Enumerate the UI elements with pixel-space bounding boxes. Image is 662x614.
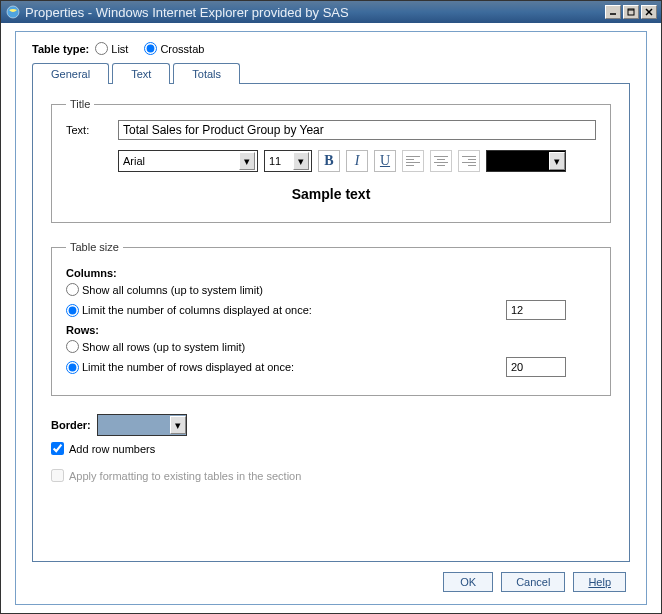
columns-label: Columns: xyxy=(66,267,596,279)
content-area: Table type: List Crosstab General Text T… xyxy=(1,23,661,613)
cancel-button[interactable]: Cancel xyxy=(501,572,565,592)
align-left-button[interactable] xyxy=(402,150,424,172)
radio-crosstab[interactable]: Crosstab xyxy=(144,42,204,55)
add-row-numbers-checkbox[interactable] xyxy=(51,442,64,455)
radio-show-all-rows[interactable]: Show all rows (up to system limit) xyxy=(66,340,245,353)
help-button[interactable]: Help xyxy=(573,572,626,592)
tabs: General Text Totals xyxy=(32,63,630,84)
title-text-label: Text: xyxy=(66,124,110,136)
chevron-down-icon: ▾ xyxy=(293,152,309,170)
show-all-rows-label: Show all rows (up to system limit) xyxy=(82,341,245,353)
radio-list-label: List xyxy=(111,43,128,55)
ie-icon xyxy=(5,4,21,20)
tab-text[interactable]: Text xyxy=(112,63,170,84)
border-row: Border: ▾ xyxy=(51,414,611,436)
table-type-row: Table type: List Crosstab xyxy=(32,42,630,55)
underline-button[interactable]: U xyxy=(374,150,396,172)
font-size-select[interactable]: 11 ▾ xyxy=(264,150,312,172)
dialog-buttons: OK Cancel Help xyxy=(32,572,630,592)
radio-show-all-cols-input[interactable] xyxy=(66,283,79,296)
border-select[interactable]: ▾ xyxy=(97,414,187,436)
radio-show-all-rows-input[interactable] xyxy=(66,340,79,353)
limit-rows-label: Limit the number of rows displayed at on… xyxy=(82,361,294,373)
chevron-down-icon: ▾ xyxy=(549,152,565,170)
main-panel: Table type: List Crosstab General Text T… xyxy=(15,31,647,605)
font-select[interactable]: Arial ▾ xyxy=(118,150,258,172)
tab-panel-general: Title Text: Arial ▾ 11 ▾ xyxy=(32,83,630,562)
cols-value-input[interactable] xyxy=(506,300,566,320)
radio-limit-rows[interactable]: Limit the number of rows displayed at on… xyxy=(66,361,294,374)
rows-value-input[interactable] xyxy=(506,357,566,377)
window-title: Properties - Windows Internet Explorer p… xyxy=(25,5,605,20)
apply-formatting-checkbox xyxy=(51,469,64,482)
title-text-input[interactable] xyxy=(118,120,596,140)
window-controls xyxy=(605,5,657,19)
font-size-value: 11 xyxy=(269,155,281,167)
add-row-numbers-label: Add row numbers xyxy=(69,443,155,455)
radio-list-input[interactable] xyxy=(95,42,108,55)
radio-show-all-cols[interactable]: Show all columns (up to system limit) xyxy=(66,283,263,296)
chevron-down-icon: ▾ xyxy=(170,416,186,434)
radio-limit-rows-input[interactable] xyxy=(66,361,79,374)
table-type-label: Table type: xyxy=(32,43,89,55)
table-size-legend: Table size xyxy=(66,241,123,253)
radio-limit-cols[interactable]: Limit the number of columns displayed at… xyxy=(66,304,312,317)
apply-formatting-label: Apply formatting to existing tables in t… xyxy=(69,470,301,482)
format-toolbar: Arial ▾ 11 ▾ B I U xyxy=(118,150,596,172)
font-select-value: Arial xyxy=(123,155,145,167)
minimize-button[interactable] xyxy=(605,5,621,19)
titlebar[interactable]: Properties - Windows Internet Explorer p… xyxy=(1,1,661,23)
close-button[interactable] xyxy=(641,5,657,19)
limit-cols-label: Limit the number of columns displayed at… xyxy=(82,304,312,316)
title-fieldset: Title Text: Arial ▾ 11 ▾ xyxy=(51,98,611,223)
rows-label: Rows: xyxy=(66,324,596,336)
radio-crosstab-input[interactable] xyxy=(144,42,157,55)
properties-window: Properties - Windows Internet Explorer p… xyxy=(0,0,662,614)
tab-totals[interactable]: Totals xyxy=(173,63,240,84)
chevron-down-icon: ▾ xyxy=(239,152,255,170)
title-legend: Title xyxy=(66,98,94,110)
maximize-button[interactable] xyxy=(623,5,639,19)
color-picker[interactable]: ▾ xyxy=(486,150,566,172)
table-size-fieldset: Table size Columns: Show all columns (up… xyxy=(51,241,611,396)
border-label: Border: xyxy=(51,419,91,431)
radio-crosstab-label: Crosstab xyxy=(160,43,204,55)
align-center-button[interactable] xyxy=(430,150,452,172)
radio-limit-cols-input[interactable] xyxy=(66,304,79,317)
tab-general[interactable]: General xyxy=(32,63,109,84)
apply-formatting-row: Apply formatting to existing tables in t… xyxy=(51,469,611,482)
add-row-numbers-row[interactable]: Add row numbers xyxy=(51,442,611,455)
show-all-cols-label: Show all columns (up to system limit) xyxy=(82,284,263,296)
bold-button[interactable]: B xyxy=(318,150,340,172)
radio-list[interactable]: List xyxy=(95,42,128,55)
ok-button[interactable]: OK xyxy=(443,572,493,592)
sample-text: Sample text xyxy=(66,186,596,202)
align-right-button[interactable] xyxy=(458,150,480,172)
italic-button[interactable]: I xyxy=(346,150,368,172)
